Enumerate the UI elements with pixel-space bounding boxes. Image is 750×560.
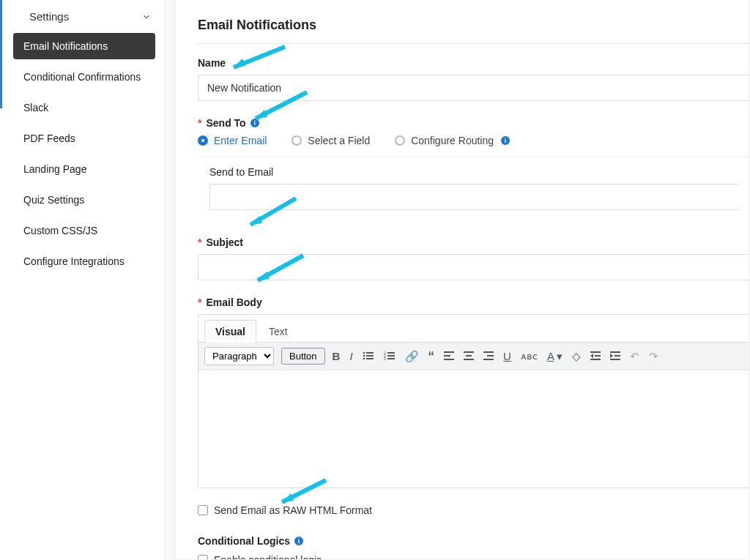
subject-label-text: Subject — [206, 236, 243, 248]
send-to-radio-row: Enter Email Select a Field Configure Rou… — [198, 135, 749, 146]
svg-rect-16 — [466, 355, 472, 356]
subject-label: * Subject — [198, 236, 749, 248]
editor-content-area[interactable] — [198, 370, 749, 488]
italic-icon[interactable]: I — [349, 351, 352, 362]
toolbar-button[interactable]: Button — [281, 348, 325, 365]
svg-rect-3 — [366, 355, 374, 356]
main-panel: Email Notifications Name * Send To i Ent… — [175, 0, 750, 560]
radio-icon — [198, 135, 208, 146]
svg-rect-13 — [444, 355, 450, 356]
sidebar-item-quiz-settings[interactable]: Quiz Settings — [13, 187, 155, 213]
align-center-icon[interactable] — [464, 351, 474, 362]
enable-conditional-label: Enable conditional logic — [214, 554, 322, 560]
outdent-icon[interactable] — [590, 351, 601, 362]
sidebar-item-label: Email Notifications — [23, 40, 108, 52]
sidebar-header-label: Settings — [29, 10, 69, 23]
block-format-select[interactable]: Paragraph — [204, 347, 274, 365]
indent-icon[interactable] — [610, 351, 620, 362]
sidebar-item-label: Custom CSS/JS — [23, 225, 97, 236]
radio-enter-email[interactable]: Enter Email — [198, 135, 267, 146]
email-body-label: * Email Body — [198, 296, 749, 308]
chevron-down-icon — [141, 11, 152, 23]
conditional-logics-label: Conditional Logics — [198, 535, 290, 547]
svg-marker-22 — [590, 354, 593, 358]
field-email-body: * Email Body Visual Text Paragraph Butto… — [198, 296, 749, 488]
undo-icon[interactable]: ↶ — [630, 351, 639, 362]
radio-icon — [395, 135, 405, 146]
required-asterisk: * — [198, 296, 201, 308]
richtext-editor: Visual Text Paragraph Button B I — [198, 314, 749, 488]
conditional-logics-header: Conditional Logics i — [198, 535, 749, 547]
raw-html-checkbox-row[interactable]: Send Email as RAW HTML Format — [198, 504, 749, 516]
bold-icon[interactable]: B — [333, 351, 341, 362]
sidebar-item-label: PDF Feeds — [23, 132, 75, 144]
sidebar-item-pdf-feeds[interactable]: PDF Feeds — [13, 125, 155, 152]
sidebar-item-conditional-confirmations[interactable]: Conditional Confirmations — [13, 64, 155, 90]
send-to-email-box: Send to Email — [198, 157, 749, 220]
sidebar-item-label: Conditional Confirmations — [23, 71, 141, 83]
svg-rect-21 — [590, 351, 601, 353]
svg-rect-11 — [387, 358, 395, 359]
send-to-label: * Send To i — [198, 117, 749, 129]
radio-label: Enter Email — [214, 135, 267, 146]
link-icon[interactable]: 🔗 — [405, 351, 419, 362]
subject-input[interactable] — [198, 254, 749, 280]
page-title: Email Notifications — [198, 18, 749, 33]
info-icon[interactable]: i — [501, 136, 510, 145]
svg-rect-17 — [464, 359, 474, 360]
settings-sidebar: Settings Email Notifications Conditional… — [0, 0, 165, 560]
svg-rect-9 — [387, 355, 395, 356]
sidebar-item-landing-page[interactable]: Landing Page — [13, 156, 155, 182]
sidebar-item-label: Quiz Settings — [23, 194, 84, 206]
bulleted-list-icon[interactable] — [363, 351, 374, 362]
strikethrough-icon[interactable]: ᴀʙᴄ — [521, 351, 538, 361]
sidebar-list: Email Notifications Conditional Confirma… — [0, 33, 164, 275]
radio-configure-routing[interactable]: Configure Routing i — [395, 135, 510, 146]
blockquote-icon[interactable]: “ — [428, 350, 435, 362]
text-color-icon[interactable]: A ▾ — [547, 351, 562, 362]
raw-html-label: Send Email as RAW HTML Format — [214, 504, 372, 516]
main-outer: Email Notifications Name * Send To i Ent… — [165, 0, 750, 560]
tab-visual[interactable]: Visual — [204, 320, 256, 343]
svg-point-4 — [363, 357, 365, 359]
svg-rect-1 — [366, 352, 374, 354]
tab-text[interactable]: Text — [258, 320, 299, 343]
numbered-list-icon[interactable]: 123 — [384, 351, 396, 362]
underline-icon[interactable]: U — [503, 351, 511, 362]
svg-text:3: 3 — [384, 356, 386, 361]
send-to-email-label: Send to Email — [209, 166, 739, 178]
divider — [198, 43, 749, 44]
clear-format-icon[interactable]: ◇ — [572, 351, 581, 362]
checkbox-icon — [198, 505, 208, 515]
info-icon[interactable]: i — [294, 537, 303, 545]
info-icon[interactable]: i — [250, 119, 259, 127]
name-input[interactable] — [198, 75, 749, 101]
radio-label: Configure Routing — [411, 135, 494, 146]
app-frame: Settings Email Notifications Conditional… — [0, 0, 750, 560]
sidebar-item-configure-integrations[interactable]: Configure Integrations — [13, 248, 155, 275]
editor-tabs: Visual Text — [198, 315, 749, 343]
sidebar-header[interactable]: Settings — [0, 0, 164, 33]
required-asterisk: * — [198, 236, 201, 248]
enable-conditional-checkbox-row[interactable]: Enable conditional logic — [198, 554, 749, 560]
sidebar-item-slack[interactable]: Slack — [13, 94, 155, 121]
field-name: Name — [198, 57, 749, 101]
svg-rect-19 — [487, 355, 494, 356]
sidebar-item-label: Slack — [23, 102, 48, 113]
redo-icon[interactable]: ↷ — [649, 351, 658, 362]
radio-select-field[interactable]: Select a Field — [292, 135, 370, 146]
svg-rect-5 — [366, 358, 374, 359]
sidebar-item-custom-cssjs[interactable]: Custom CSS/JS — [13, 217, 155, 244]
radio-label: Select a Field — [308, 135, 370, 146]
align-right-icon[interactable] — [483, 351, 494, 362]
svg-rect-24 — [590, 359, 601, 360]
name-label: Name — [198, 57, 749, 69]
svg-point-0 — [363, 351, 365, 354]
svg-rect-7 — [387, 352, 395, 354]
left-accent-strip — [0, 0, 2, 108]
align-left-icon[interactable] — [444, 351, 454, 362]
checkbox-icon — [198, 555, 208, 560]
sidebar-item-email-notifications[interactable]: Email Notifications — [13, 33, 155, 59]
send-to-email-input[interactable] — [209, 184, 739, 210]
sidebar-item-label: Configure Integrations — [23, 255, 125, 267]
